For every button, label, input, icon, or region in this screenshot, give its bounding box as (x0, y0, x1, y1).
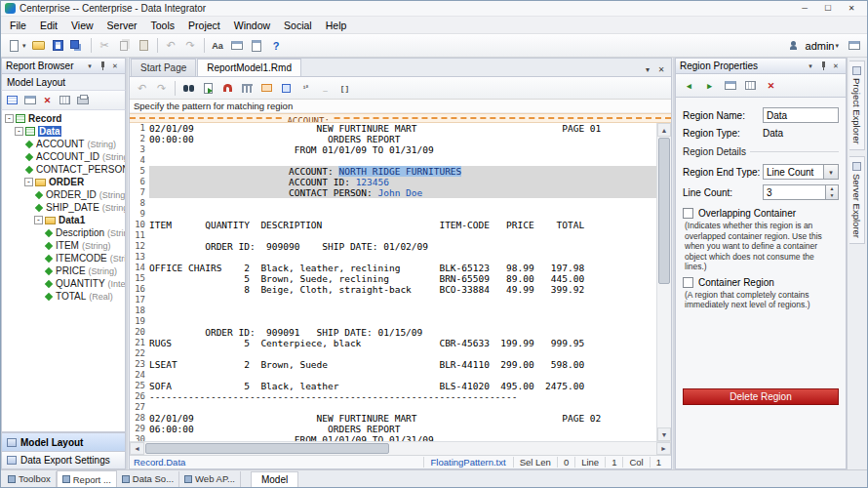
region-grid-icon[interactable] (741, 77, 760, 95)
tree-item-ship_date[interactable]: SHIP_DATE(String) (2, 201, 125, 214)
nav-data-export-settings[interactable]: Data Export Settings (1, 451, 126, 469)
add-node-icon[interactable] (4, 93, 20, 108)
chevron-down-icon[interactable]: ▾ (84, 61, 96, 72)
preview-region-icon[interactable] (721, 77, 739, 95)
tree-item-itemcode[interactable]: ITEMCODE(String) (2, 252, 125, 264)
spin-up-icon[interactable]: ▲ (826, 185, 838, 192)
tab-server-explorer[interactable]: Server Explorer (849, 156, 865, 244)
close-icon[interactable]: ✕ (109, 61, 121, 72)
tree-item-account_id[interactable]: ACCOUNT_ID(String) (2, 150, 125, 163)
region-name-input[interactable]: Data (763, 107, 839, 123)
tree-expander-icon[interactable]: - (24, 178, 33, 186)
region-end-type-select[interactable]: Line Count ▾ (763, 164, 839, 180)
save-icon[interactable] (49, 37, 67, 55)
menu-project[interactable]: Project (181, 18, 227, 33)
tab-project-explorer[interactable]: Project Explorer (849, 61, 865, 150)
open-file-icon[interactable] (29, 37, 48, 55)
pin-icon[interactable] (817, 61, 829, 72)
container-region-checkbox[interactable]: Container Region (683, 277, 839, 288)
tree-item-data[interactable]: -Data (2, 125, 125, 138)
menu-tools[interactable]: Tools (144, 18, 182, 33)
menu-server[interactable]: Server (100, 18, 144, 33)
horizontal-scrollbar-thumb[interactable] (145, 443, 389, 454)
tree-expander-icon[interactable]: - (5, 114, 14, 123)
remove-region-icon[interactable]: ✕ (762, 77, 780, 95)
redo-icon[interactable]: ↷ (152, 79, 171, 97)
minimize-button[interactable]: ─ (793, 2, 816, 15)
paste-icon[interactable] (135, 37, 153, 55)
tree-item-description[interactable]: Description(String) (2, 226, 125, 239)
cut-icon[interactable]: ✂ (96, 37, 114, 55)
tab-model[interactable]: Model (251, 471, 298, 487)
undo-icon[interactable]: ↶ (133, 79, 151, 97)
spin-down-icon[interactable]: ▼ (826, 192, 838, 199)
brackets-icon[interactable]: [ ] (335, 79, 354, 97)
dock-layout-icon[interactable] (845, 37, 863, 55)
previous-region-icon[interactable]: ◂ (680, 77, 698, 95)
delete-region-button[interactable]: Delete Region (683, 388, 839, 405)
window-layout-icon[interactable] (228, 37, 247, 55)
tab-report-browser[interactable]: Report ... (57, 470, 117, 487)
scroll-up-icon[interactable]: ▲ (657, 123, 671, 137)
add-region-icon[interactable] (257, 79, 276, 97)
save-all-icon[interactable] (68, 37, 87, 55)
tree-item-quantity[interactable]: QUANTITY(Integer) (2, 277, 125, 290)
tab-web-api-browser[interactable]: Web AP... (179, 471, 241, 487)
menu-file[interactable]: File (3, 18, 33, 33)
checkbox-icon[interactable] (683, 277, 693, 288)
tree-item-order[interactable]: -ORDER (2, 176, 125, 188)
underscore-icon[interactable]: _ (316, 79, 335, 97)
menu-help[interactable]: Help (319, 18, 354, 33)
nav-model-layout[interactable]: Model Layout (1, 432, 126, 451)
new-document-icon[interactable] (5, 37, 23, 55)
tree-item-record[interactable]: -Record (2, 112, 125, 125)
redo-icon[interactable]: ↷ (181, 37, 200, 55)
line-numbers-icon[interactable]: ¹² (296, 79, 315, 97)
tree-item-account[interactable]: ACCOUNT(String) (2, 138, 125, 150)
delete-node-icon[interactable]: ✕ (39, 93, 56, 108)
preview-data-icon[interactable] (21, 93, 38, 108)
menu-window[interactable]: Window (227, 18, 277, 33)
export-pattern-icon[interactable] (199, 79, 217, 97)
magnet-icon[interactable] (218, 79, 237, 97)
font-icon[interactable]: Aa (209, 37, 227, 55)
tree-expander-icon[interactable]: - (34, 216, 43, 224)
tree-expander-icon[interactable]: - (15, 127, 23, 136)
tree-item-item[interactable]: ITEM(String) (2, 239, 125, 252)
tab-reportmodel1-rmd[interactable]: ReportModel1.Rmd (197, 59, 301, 76)
tree-item-data1[interactable]: -Data1 (2, 214, 125, 226)
overlapping-container-checkbox[interactable]: Overlapping Container (683, 208, 839, 219)
document-list-icon[interactable]: ▾ (641, 62, 654, 76)
vertical-scrollbar-track[interactable] (657, 285, 671, 427)
stepper-buttons[interactable]: ▲ ▼ (826, 184, 839, 200)
add-field-icon[interactable] (277, 79, 296, 97)
help-icon[interactable]: ? (267, 37, 286, 55)
copy-icon[interactable] (115, 37, 134, 55)
undo-icon[interactable]: ↶ (162, 37, 180, 55)
close-icon[interactable]: ✕ (830, 61, 842, 72)
horizontal-scrollbar[interactable]: ◄ ► (130, 441, 671, 455)
chevron-down-icon[interactable]: ▾ (824, 164, 839, 180)
checkbox-icon[interactable] (683, 208, 693, 219)
tree-item-total[interactable]: TOTAL(Real) (2, 290, 125, 303)
pattern-bar[interactable]: ACCOUNT: (130, 113, 671, 123)
report-options-icon[interactable] (248, 37, 266, 55)
tab-start-page[interactable]: Start Page (131, 59, 196, 76)
vertical-scrollbar[interactable]: ▲ ▼ (656, 123, 671, 441)
scroll-left-icon[interactable]: ◄ (130, 442, 144, 455)
menu-social[interactable]: Social (277, 18, 319, 33)
find-icon[interactable] (179, 79, 198, 97)
report-text[interactable]: 102/01/09 NEW FURTINURE MART PAGE 01200:… (130, 123, 656, 441)
chevron-down-icon[interactable]: ▾ (805, 61, 816, 72)
pattern-file-link[interactable]: FloatingPattern.txt (423, 457, 513, 468)
next-region-icon[interactable]: ▸ (700, 77, 719, 95)
export-layout-icon[interactable] (57, 93, 73, 108)
auto-create-layout-icon[interactable] (238, 79, 256, 97)
horizontal-scrollbar-track[interactable] (390, 442, 656, 455)
tree-item-contact_person[interactable]: CONTACT_PERSON(String) (2, 163, 125, 176)
print-icon[interactable] (74, 93, 91, 108)
scroll-right-icon[interactable]: ► (656, 442, 671, 455)
maximize-button[interactable]: ☐ (816, 2, 840, 15)
tab-toolbox[interactable]: Toolbox (3, 471, 57, 487)
close-document-icon[interactable]: ✕ (654, 62, 668, 76)
